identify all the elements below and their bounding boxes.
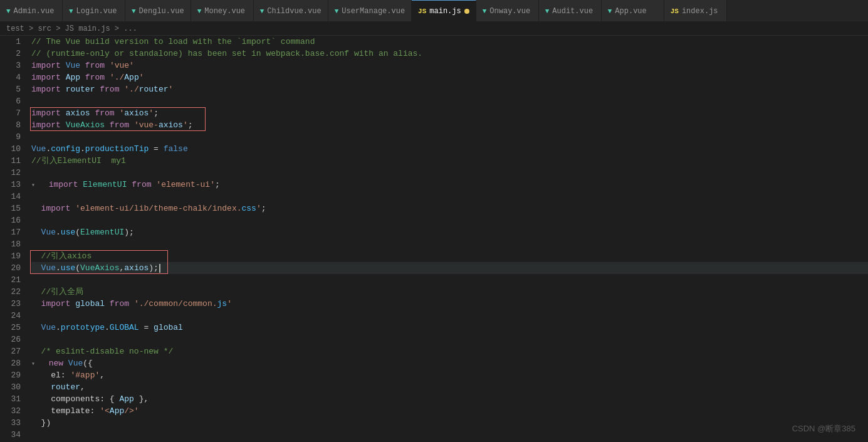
code-line-22: //引入全局 (31, 286, 868, 298)
code-line-12 (31, 167, 868, 179)
line-number-34: 34 (6, 429, 21, 441)
code-line-24 (31, 310, 868, 322)
line-number-22: 22 (6, 286, 21, 298)
code-line-18 (31, 238, 868, 250)
line-number-31: 31 (6, 393, 21, 405)
tab-label-denglu: Denglu.vue (139, 7, 184, 16)
code-line-28: ▾ new Vue({ (31, 357, 868, 369)
code-line-8: import VueAxios from 'vue-axios'; (31, 119, 868, 131)
tab-childvue[interactable]: ▼Childvue.vue (254, 0, 328, 22)
tab-indexjs[interactable]: JSindex.js (664, 0, 727, 22)
tab-icon-admin: ▼ (6, 8, 11, 15)
tab-label-childvue: Childvue.vue (267, 7, 321, 16)
line-number-2: 2 (6, 48, 21, 60)
line-number-27: 27 (6, 345, 21, 357)
code-line-9 (31, 131, 868, 143)
tab-icon-login: ▼ (69, 8, 73, 15)
tab-icon-usermanage: ▼ (335, 8, 339, 15)
code-line-15: import 'element-ui/lib/theme-chalk/index… (31, 203, 868, 214)
line-number-28: 28 (6, 357, 21, 369)
code-line-19: //引入axios (31, 250, 868, 262)
tab-audit[interactable]: ▼Audit.vue (539, 0, 602, 22)
code-line-14 (31, 191, 868, 203)
tab-appvue[interactable]: ▼App.vue (602, 0, 664, 22)
tab-modified-dot-mainjs (464, 9, 469, 14)
tab-icon-mainjs: JS (418, 8, 426, 15)
tab-label-usermanage: UserManage.vue (342, 7, 405, 16)
code-line-16 (31, 214, 868, 226)
tab-icon-onway: ▼ (483, 8, 487, 15)
line-number-25: 25 (6, 322, 21, 334)
tab-label-audit: Audit.vue (552, 7, 593, 16)
line-number-17: 17 (6, 226, 21, 238)
cursor (159, 264, 160, 273)
code-content: // The Vue build version to load with th… (28, 36, 868, 442)
code-line-1: // The Vue build version to load with th… (31, 36, 868, 48)
line-number-21: 21 (6, 274, 21, 286)
line-number-8: 8 (6, 119, 21, 131)
code-line-25: Vue.prototype.GLOBAL = global (31, 322, 868, 334)
line-number-12: 12 (6, 167, 21, 179)
line-number-15: 15 (6, 203, 21, 214)
tab-label-onway: Onway.vue (489, 7, 530, 16)
line-number-5: 5 (6, 83, 21, 95)
tab-label-login: Login.vue (76, 7, 117, 16)
code-line-30: router, (31, 381, 868, 393)
line-number-1: 1 (6, 36, 21, 48)
tab-denglu[interactable]: ▼Denglu.vue (125, 0, 191, 22)
line-number-32: 32 (6, 405, 21, 417)
code-line-26 (31, 334, 868, 345)
code-line-13: ▾ import ElementUI from 'element-ui'; (31, 179, 868, 191)
collapse-arrow-28[interactable]: ▾ (31, 360, 39, 367)
tab-icon-indexjs: JS (671, 8, 679, 15)
code-line-10: Vue.config.productionTip = false (31, 143, 868, 155)
code-line-17: Vue.use(ElementUI); (31, 226, 868, 238)
tab-label-admin: Admin.vue (14, 7, 55, 16)
line-number-6: 6 (6, 95, 21, 107)
tab-icon-appvue: ▼ (608, 8, 612, 15)
line-number-33: 33 (6, 417, 21, 429)
line-number-24: 24 (6, 310, 21, 322)
code-line-33: }) (31, 417, 868, 429)
line-number-7: 7 (6, 107, 21, 119)
line-number-29: 29 (6, 369, 21, 381)
tab-label-mainjs: main.js (429, 7, 461, 16)
line-number-20: 20 (6, 262, 21, 274)
tab-icon-denglu: ▼ (132, 8, 136, 15)
tab-icon-audit: ▼ (545, 8, 550, 15)
line-number-14: 14 (6, 191, 21, 203)
tab-usermanage[interactable]: ▼UserManage.vue (328, 0, 412, 22)
tab-mainjs[interactable]: JSmain.js (412, 0, 476, 22)
line-number-30: 30 (6, 381, 21, 393)
line-number-13: 13 (6, 179, 21, 191)
code-line-5: import router from './router' (31, 83, 868, 95)
code-line-32: template: '<App/>' (31, 405, 868, 417)
line-number-18: 18 (6, 238, 21, 250)
code-line-21 (31, 274, 868, 286)
line-number-4: 4 (6, 71, 21, 83)
tab-label-indexjs: index.js (682, 7, 718, 16)
line-numbers: 1234567891011121314151617181920212223242… (0, 36, 28, 442)
tab-label-appvue: App.vue (615, 7, 646, 16)
collapse-arrow-13[interactable]: ▾ (31, 182, 39, 189)
line-number-9: 9 (6, 131, 21, 143)
line-number-23: 23 (6, 298, 21, 310)
line-number-19: 19 (6, 250, 21, 262)
breadcrumb-text: test > src > JS main.js > ... (6, 24, 137, 33)
tab-onway[interactable]: ▼Onway.vue (476, 0, 539, 22)
tab-login[interactable]: ▼Login.vue (63, 0, 125, 22)
line-number-11: 11 (6, 155, 21, 167)
line-number-3: 3 (6, 60, 21, 71)
code-line-27: /* eslint-disable no-new */ (31, 345, 868, 357)
code-line-2: // (runtime-only or standalone) has been… (31, 48, 868, 60)
tab-admin[interactable]: ▼Admin.vue (0, 0, 63, 22)
watermark: CSDN @断章385 (792, 423, 855, 434)
code-line-4: import App from './App' (31, 71, 868, 83)
line-number-10: 10 (6, 143, 21, 155)
tab-money[interactable]: ▼Money.vue (191, 0, 254, 22)
tab-icon-money: ▼ (197, 8, 202, 15)
code-line-6 (31, 95, 868, 107)
line-number-16: 16 (6, 214, 21, 226)
tab-label-money: Money.vue (204, 7, 245, 16)
tab-bar: ▼Admin.vue▼Login.vue▼Denglu.vue▼Money.vu… (0, 0, 868, 22)
